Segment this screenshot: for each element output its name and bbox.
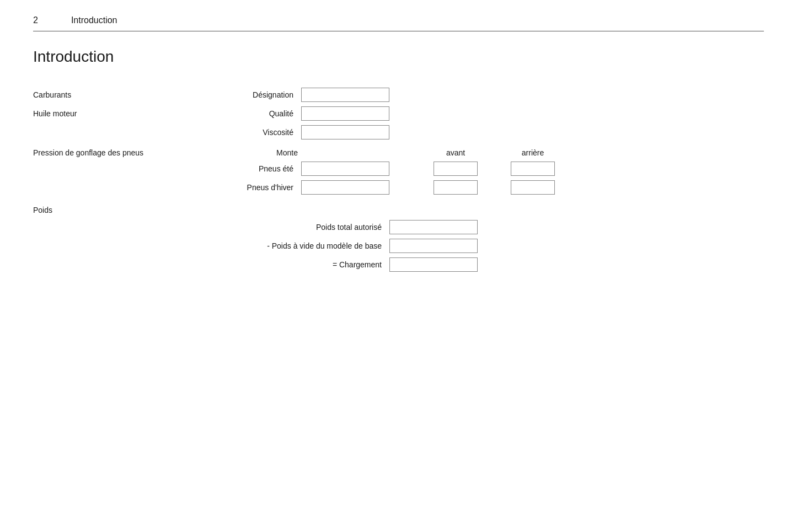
col-arriere-label: arrière bbox=[511, 148, 555, 157]
poids-total-input[interactable] bbox=[389, 220, 478, 234]
pneus-hiver-row: Pneus d'hiver bbox=[33, 180, 764, 195]
pneus-ete-label: Pneus été bbox=[243, 164, 298, 173]
page-title: Introduction bbox=[33, 48, 764, 66]
pneus-ete-monte-input[interactable] bbox=[301, 162, 389, 176]
huile-section: Huile moteur Qualité bbox=[33, 106, 764, 121]
huile-label: Huile moteur bbox=[33, 109, 199, 118]
qualite-label: Qualité bbox=[243, 109, 298, 118]
poids-section: Poids Poids total autorisé - Poids à vid… bbox=[33, 206, 764, 272]
poids-total-label: Poids total autorisé bbox=[243, 223, 386, 232]
col-avant-label: avant bbox=[434, 148, 478, 157]
pression-section: Pression de gonflage des pneus Monte ava… bbox=[33, 148, 764, 195]
viscosite-row: Viscosité bbox=[33, 125, 764, 139]
header-bar: 2 Introduction bbox=[33, 15, 764, 31]
pneus-ete-avant-input[interactable] bbox=[434, 162, 478, 176]
carburants-section: Carburants Désignation bbox=[33, 88, 764, 102]
chargement-row: = Chargement bbox=[33, 257, 764, 272]
pneus-hiver-avant-input[interactable] bbox=[434, 180, 478, 195]
pression-label: Pression de gonflage des pneus bbox=[33, 148, 199, 157]
viscosite-input[interactable] bbox=[301, 125, 389, 139]
pression-header-row: Pression de gonflage des pneus Monte ava… bbox=[33, 148, 764, 157]
pneus-hiver-arriere-input[interactable] bbox=[511, 180, 555, 195]
chargement-input[interactable] bbox=[389, 257, 478, 272]
chargement-label: = Chargement bbox=[243, 260, 386, 269]
poids-vide-input[interactable] bbox=[389, 239, 478, 253]
page-number: 2 bbox=[33, 15, 38, 25]
poids-vide-label: - Poids à vide du modèle de base bbox=[243, 241, 386, 250]
designation-label: Désignation bbox=[243, 90, 298, 99]
pneus-hiver-label: Pneus d'hiver bbox=[243, 183, 298, 192]
qualite-input[interactable] bbox=[301, 106, 389, 121]
designation-input[interactable] bbox=[301, 88, 389, 102]
col-monte-label: Monte bbox=[243, 148, 298, 157]
viscosite-label: Viscosité bbox=[243, 128, 298, 137]
page: 2 Introduction Introduction Carburants D… bbox=[0, 0, 797, 532]
pneus-ete-row: Pneus été bbox=[33, 162, 764, 176]
pneus-ete-arriere-input[interactable] bbox=[511, 162, 555, 176]
pneus-hiver-monte-input[interactable] bbox=[301, 180, 389, 195]
carburants-label: Carburants bbox=[33, 90, 199, 99]
poids-label: Poids bbox=[33, 206, 764, 214]
poids-total-row: Poids total autorisé bbox=[33, 220, 764, 234]
poids-vide-row: - Poids à vide du modèle de base bbox=[33, 239, 764, 253]
header-title: Introduction bbox=[71, 15, 117, 25]
